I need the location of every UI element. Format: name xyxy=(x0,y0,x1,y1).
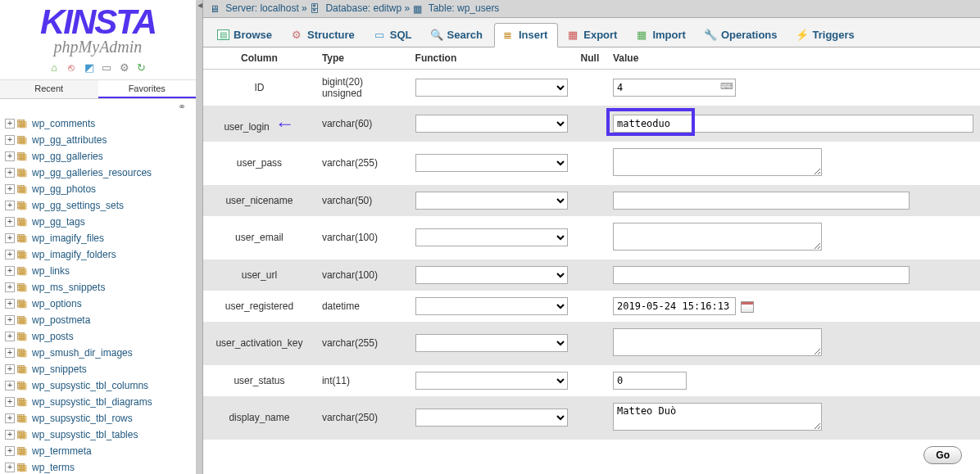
tree-item-wp_supsystic_tbl_columns[interactable]: +wp_supsystic_tbl_columns xyxy=(5,377,196,394)
expand-icon[interactable]: + xyxy=(5,430,15,440)
tree-item-wp_snippets[interactable]: +wp_snippets xyxy=(5,361,196,377)
column-name: user_email xyxy=(235,232,284,243)
tab-operations[interactable]: 🔧Operations xyxy=(697,23,787,47)
value-input-display_name[interactable]: Matteo Duò xyxy=(613,403,822,431)
reload-icon[interactable]: ↻ xyxy=(135,61,148,74)
value-input-ID[interactable] xyxy=(613,79,736,97)
value-input-user_nicename[interactable] xyxy=(613,192,910,210)
logout-icon[interactable]: ⎋ xyxy=(65,61,78,74)
tree-item-wp_postmeta[interactable]: +wp_postmeta xyxy=(5,312,196,328)
tab-import[interactable]: ▦Import xyxy=(628,23,695,47)
tree-item-wp_gg_galleries_resources[interactable]: +wp_gg_galleries_resources xyxy=(5,165,196,181)
tree-label: wp_postmeta xyxy=(32,314,90,326)
function-select-user_pass[interactable] xyxy=(415,154,568,172)
go-button[interactable]: Go xyxy=(923,446,962,464)
expand-icon[interactable]: + xyxy=(5,446,15,456)
tree-item-wp_gg_settings_sets[interactable]: +wp_gg_settings_sets xyxy=(5,197,196,214)
tree-item-wp_supsystic_tbl_diagrams[interactable]: +wp_supsystic_tbl_diagrams xyxy=(5,394,196,410)
tree-item-wp_gg_attributes[interactable]: +wp_gg_attributes xyxy=(5,132,196,148)
calendar-icon[interactable] xyxy=(741,301,754,313)
tree-item-wp_options[interactable]: +wp_options xyxy=(5,296,196,312)
expand-icon[interactable]: + xyxy=(5,282,15,292)
tab-search[interactable]: 🔍Search xyxy=(424,23,492,47)
tree-item-wp_ms_snippets[interactable]: +wp_ms_snippets xyxy=(5,279,196,296)
expand-icon[interactable]: + xyxy=(5,135,15,145)
expand-icon[interactable]: + xyxy=(5,217,15,227)
function-select-user_email[interactable] xyxy=(415,228,568,246)
expand-icon[interactable]: + xyxy=(5,381,15,390)
value-input-user_email[interactable] xyxy=(613,223,822,251)
tree-item-wp_gg_photos[interactable]: +wp_gg_photos xyxy=(5,181,196,197)
tree-item-wp_links[interactable]: +wp_links xyxy=(5,263,196,279)
value-input-user_pass[interactable] xyxy=(613,148,822,176)
tree-label: wp_gg_tags xyxy=(32,216,85,228)
row-user_email: user_emailvarchar(100) xyxy=(203,216,980,260)
expand-icon[interactable]: + xyxy=(5,315,15,325)
value-input-user_status[interactable] xyxy=(613,372,687,390)
tree-item-wp_smush_dir_images[interactable]: +wp_smush_dir_images xyxy=(5,345,196,361)
function-select-user_status[interactable] xyxy=(415,372,568,390)
tree-item-wp_gg_galleries[interactable]: +wp_gg_galleries xyxy=(5,148,196,165)
tree-item-wp_terms[interactable]: +wp_terms xyxy=(5,459,196,474)
expand-icon[interactable]: + xyxy=(5,168,15,178)
search-icon: 🔍 xyxy=(430,28,443,41)
table-icon xyxy=(16,232,29,245)
tree-item-wp_supsystic_tbl_rows[interactable]: +wp_supsystic_tbl_rows xyxy=(5,410,196,427)
function-select-user_registered[interactable] xyxy=(415,297,568,315)
tree-item-wp_imagify_files[interactable]: +wp_imagify_files xyxy=(5,230,196,246)
table-icon xyxy=(16,281,29,294)
database-icon: 🗄 xyxy=(310,3,321,15)
tree-item-wp_comments[interactable]: +wp_comments xyxy=(5,115,196,132)
nav-settings-icon[interactable]: ⚙ xyxy=(118,61,131,74)
function-select-ID[interactable] xyxy=(415,79,568,97)
export-icon: ▦ xyxy=(566,28,579,41)
expand-icon[interactable]: + xyxy=(5,151,15,161)
value-input-user_registered[interactable] xyxy=(613,297,736,315)
expand-icon[interactable]: + xyxy=(5,201,15,210)
expand-icon[interactable]: + xyxy=(5,332,15,341)
table-icon: ▦ xyxy=(413,3,424,15)
docs-icon[interactable]: ◩ xyxy=(83,61,96,74)
expand-icon[interactable]: + xyxy=(5,250,15,260)
expand-icon[interactable]: + xyxy=(5,119,15,129)
tree-item-wp_posts[interactable]: +wp_posts xyxy=(5,328,196,345)
function-select-user_url[interactable] xyxy=(415,266,568,284)
function-select-user_login[interactable] xyxy=(415,115,568,133)
expand-icon[interactable]: + xyxy=(5,397,15,407)
tab-browse[interactable]: ▤Browse xyxy=(210,23,282,47)
tab-recent[interactable]: Recent xyxy=(0,80,98,98)
function-select-display_name[interactable] xyxy=(415,409,568,427)
tab-insert[interactable]: ≣Insert xyxy=(494,23,558,47)
home-icon[interactable]: ⌂ xyxy=(48,61,61,74)
tab-structure[interactable]: ⚙Structure xyxy=(284,23,365,47)
expand-icon[interactable]: + xyxy=(5,348,15,358)
expand-icon[interactable]: + xyxy=(5,266,15,276)
tree-item-wp_imagify_folders[interactable]: +wp_imagify_folders xyxy=(5,246,196,263)
tree-item-wp_termmeta[interactable]: +wp_termmeta xyxy=(5,443,196,459)
expand-icon[interactable]: + xyxy=(5,184,15,194)
tree-item-wp_gg_tags[interactable]: +wp_gg_tags xyxy=(5,214,196,230)
value-input-user_url[interactable] xyxy=(613,266,910,284)
tab-triggers[interactable]: ⚡Triggers xyxy=(789,23,864,47)
expand-icon[interactable]: + xyxy=(5,463,15,472)
function-select-user_nicename[interactable] xyxy=(415,192,568,210)
expand-icon[interactable]: + xyxy=(5,413,15,423)
crumb-database[interactable]: Database: editwp xyxy=(325,2,402,14)
column-name: user_login xyxy=(224,121,269,133)
tree-item-wp_supsystic_tbl_tables[interactable]: +wp_supsystic_tbl_tables xyxy=(5,427,196,443)
tab-sql[interactable]: ▭SQL xyxy=(366,23,422,47)
crumb-table[interactable]: Table: wp_users xyxy=(429,2,500,14)
sidebar-resizer[interactable] xyxy=(197,0,203,474)
query-icon[interactable]: ▭ xyxy=(100,61,113,74)
expand-icon[interactable]: + xyxy=(5,299,15,309)
tree-label: wp_gg_photos xyxy=(32,183,96,195)
expand-icon[interactable]: + xyxy=(5,233,15,243)
tab-favorites[interactable]: Favorites xyxy=(98,80,197,98)
function-select-user_activation_key[interactable] xyxy=(415,334,568,352)
crumb-server[interactable]: Server: localhost xyxy=(225,2,298,14)
value-input-user_login[interactable] xyxy=(613,115,973,133)
expand-icon[interactable]: + xyxy=(5,364,15,374)
tab-export[interactable]: ▦Export xyxy=(560,23,627,47)
link-icon[interactable]: ⚭ xyxy=(178,101,186,112)
value-input-user_activation_key[interactable] xyxy=(613,328,822,356)
